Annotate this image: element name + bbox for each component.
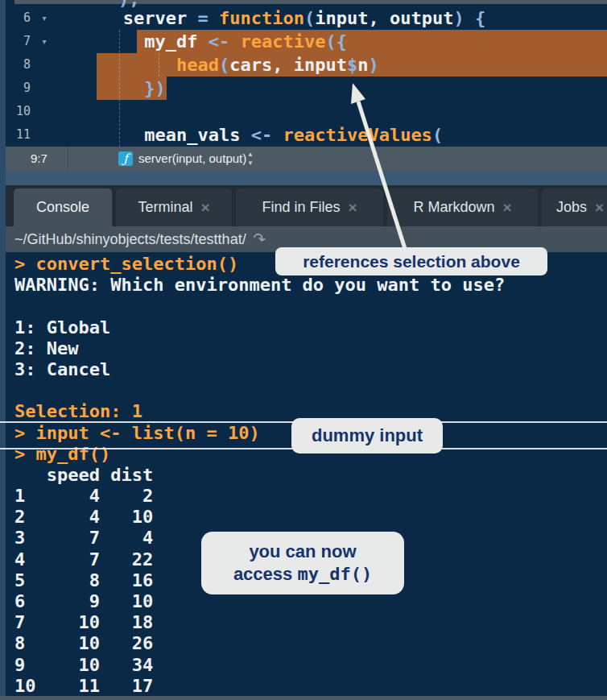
console-line: 1: Global [14, 317, 607, 338]
window-bottom-edge [0, 696, 607, 700]
path-label: ~/GitHub/shinyobjects/tests/testthat/ [14, 231, 246, 247]
tab-jobs[interactable]: Jobs× [542, 188, 607, 226]
code-text: mean_vals <- reactiveValues( [91, 123, 443, 147]
console-line: 1 4 2 [14, 486, 607, 507]
editor-toolbar-edge [14, 0, 607, 4]
function-icon: ƒ [118, 151, 133, 166]
fold-chevron-icon[interactable]: ▾ [38, 6, 51, 30]
callout-access-code: my_df() [297, 564, 372, 584]
function-scope-selector[interactable]: server(input, output) [138, 147, 246, 171]
console-line: 8 10 26 [14, 633, 607, 654]
cursor-position: 9:7 [31, 147, 47, 171]
code-text: server = function(input, output) { [91, 6, 485, 30]
code-line-9[interactable]: 9 }) [6, 77, 607, 100]
code-lines[interactable]: 6▾ server = function(input, output) {7▾ … [6, 6, 607, 147]
fold-chevron-icon[interactable]: ▾ [38, 30, 51, 53]
tab-terminal[interactable]: Terminal× [116, 188, 232, 226]
code-text: }) [91, 77, 166, 100]
console-line: 7 10 18 [14, 612, 607, 633]
rstudio-window: ), 6▾ server = function(input, output) {… [0, 0, 607, 700]
tab-label: Find in Files [262, 199, 340, 216]
line-number: 9 [6, 77, 31, 100]
pane-separator[interactable] [6, 171, 607, 185]
arrow-down-icon: ▼ [247, 159, 254, 168]
working-directory-path: ~/GitHub/shinyobjects/tests/testthat/↷ [14, 226, 266, 252]
code-line-6[interactable]: 6▾ server = function(input, output) { [6, 6, 607, 30]
code-text: head(cars, input$n) [91, 53, 379, 77]
callout-access-mydf: you can now access my_df() [201, 532, 404, 594]
console-line: WARNING: Which environment do you want t… [14, 275, 607, 296]
console-line [14, 380, 607, 401]
tab-close-icon[interactable]: × [502, 199, 511, 217]
console-line: 10 11 17 [14, 676, 607, 697]
console-line: 9 10 34 [14, 655, 607, 676]
console-line: 2 4 10 [14, 507, 607, 528]
tab-close-icon[interactable]: × [200, 199, 209, 217]
tab-label: Console [36, 199, 89, 216]
tab-close-icon[interactable]: × [595, 199, 604, 217]
tab-close-icon[interactable]: × [348, 199, 357, 217]
code-line-10[interactable]: 10 [6, 100, 607, 123]
console-line [14, 296, 607, 317]
editor-status-bar: 9:7 ƒ server(input, output) ▲ ▼ [6, 147, 607, 171]
console-line: speed dist [14, 465, 607, 486]
callout-references-selection: references selection above [275, 247, 547, 275]
scope-dropdown-arrows-icon[interactable]: ▲ ▼ [247, 150, 254, 168]
console-output-area[interactable]: > convert_selection()WARNING: Which envi… [6, 252, 607, 696]
line-number: 10 [6, 100, 31, 123]
tab-label: R Markdown [413, 199, 494, 216]
tab-label: Jobs [556, 199, 587, 216]
console-tab-bar: ConsoleTerminal×Find in Files×R Markdown… [6, 185, 607, 226]
code-line-8[interactable]: 8 head(cars, input$n) [6, 53, 607, 77]
code-text: my_df <- reactive({ [91, 30, 347, 53]
statusbar-divider [68, 147, 68, 171]
tab-r-markdown[interactable]: R Markdown× [387, 188, 538, 226]
console-line: 2: New [14, 338, 607, 359]
arrow-up-icon: ▲ [247, 150, 254, 159]
tab-label: Terminal [138, 199, 192, 216]
line-number: 11 [6, 123, 31, 147]
code-line-11[interactable]: 11 mean_vals <- reactiveValues( [6, 123, 607, 147]
line-number: 6 [6, 6, 31, 30]
source-editor-pane[interactable]: ), 6▾ server = function(input, output) {… [0, 0, 607, 171]
line-number: 8 [6, 53, 31, 77]
callout-access-line1: you can now [201, 541, 404, 562]
goto-directory-arrow-icon[interactable]: ↷ [250, 226, 267, 253]
callout-dummy-input: dummy input [291, 418, 443, 454]
tab-find-in-files[interactable]: Find in Files× [236, 188, 383, 226]
callout-access-line2: access my_df() [201, 564, 404, 585]
callout-access-prefix: access [233, 564, 298, 584]
console-line: 3: Cancel [14, 359, 607, 380]
tab-console[interactable]: Console [14, 188, 112, 226]
line-number: 7 [6, 30, 31, 53]
code-line-7[interactable]: 7▾ my_df <- reactive({ [6, 30, 607, 53]
